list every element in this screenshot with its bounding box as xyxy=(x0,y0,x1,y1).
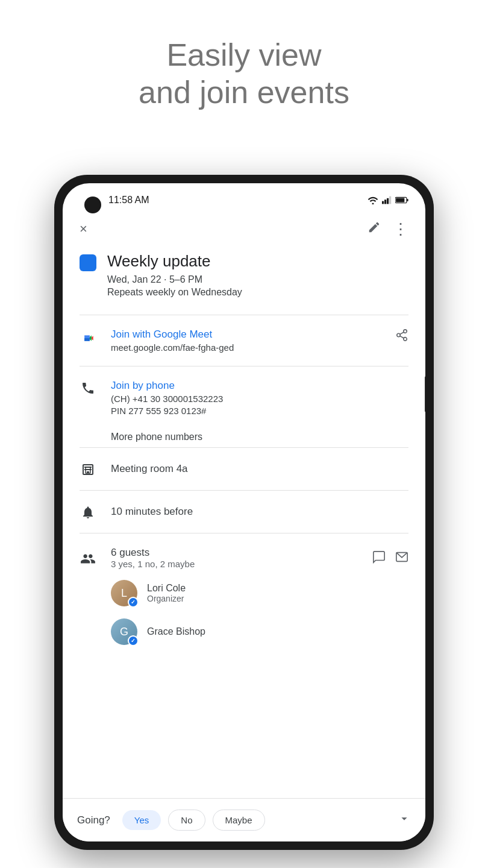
more-phone-numbers[interactable]: More phone numbers xyxy=(80,427,408,445)
rsvp-maybe-button[interactable]: Maybe xyxy=(213,810,265,831)
event-recurrence: Repeats weekly on Wednesday xyxy=(107,287,242,298)
wifi-icon xyxy=(368,196,378,204)
divider-3 xyxy=(80,447,408,448)
share-icon xyxy=(395,329,408,342)
guest-avatar-grace: G xyxy=(111,618,137,645)
phone-item[interactable]: Join by phone (CH) +41 30 300001532223 P… xyxy=(80,369,408,427)
svg-rect-6 xyxy=(396,198,404,202)
edit-button[interactable] xyxy=(368,221,381,237)
email-guests-button[interactable] xyxy=(395,550,408,566)
reminder-item: 10 minutes before xyxy=(80,493,408,530)
svg-line-12 xyxy=(400,336,404,338)
more-button[interactable]: ⋮ xyxy=(393,221,408,237)
room-content: Meeting room 4a xyxy=(111,461,408,475)
room-item: Meeting room 4a xyxy=(80,450,408,488)
app-toolbar: × ⋮ xyxy=(80,215,408,247)
side-button xyxy=(425,376,425,412)
meet-item[interactable]: Join with Google Meet meet.google.com/fa… xyxy=(80,318,408,363)
bell-icon xyxy=(80,505,96,520)
svg-rect-2 xyxy=(384,200,386,204)
guests-summary: 3 yes, 1 no, 2 maybe xyxy=(111,559,358,569)
svg-rect-1 xyxy=(382,201,384,204)
app-content[interactable]: × ⋮ Weekly update Wed, Jan 22 · 5–6 PM xyxy=(63,215,425,798)
toolbar-left: × xyxy=(80,221,87,237)
phone-join-label[interactable]: Join by phone xyxy=(111,380,408,392)
guests-info: 6 guests 3 yes, 1 no, 2 maybe xyxy=(111,547,358,569)
room-icon xyxy=(80,462,96,477)
message-guests-button[interactable] xyxy=(372,550,386,566)
meet-content: Join with Google Meet meet.google.com/fa… xyxy=(111,329,381,353)
meet-join-label[interactable]: Join with Google Meet xyxy=(111,329,381,341)
phone-number: (CH) +41 30 300001532223 xyxy=(111,394,408,404)
divider-1 xyxy=(80,315,408,315)
room-label: Meeting room 4a xyxy=(111,463,408,475)
svg-point-11 xyxy=(404,338,407,341)
svg-point-0 xyxy=(372,203,374,205)
phone-screen: 11:58 AM xyxy=(63,183,425,841)
event-header: Weekly update Wed, Jan 22 · 5–6 PM Repea… xyxy=(80,247,408,312)
guest-avatar-lori: L xyxy=(111,580,137,606)
guest-details-lori: Lori Cole Organizer xyxy=(147,583,186,603)
svg-point-9 xyxy=(404,330,407,333)
camera-hole xyxy=(84,197,101,213)
guest-name-grace: Grace Bishop xyxy=(147,626,205,637)
signal-icon xyxy=(382,196,392,204)
svg-rect-15 xyxy=(87,471,89,473)
battery-icon xyxy=(395,197,408,204)
status-icons xyxy=(368,196,408,204)
phone-icon xyxy=(80,381,96,395)
svg-rect-7 xyxy=(407,199,408,201)
meet-share-button[interactable] xyxy=(395,329,408,342)
event-date: Wed, Jan 22 · 5–6 PM xyxy=(107,274,242,285)
going-label: Going? xyxy=(77,814,110,826)
toolbar-right: ⋮ xyxy=(368,221,408,237)
phone-content: Join by phone (CH) +41 30 300001532223 P… xyxy=(111,380,408,416)
rsvp-no-button[interactable]: No xyxy=(168,810,205,831)
guests-actions xyxy=(372,550,408,566)
page-header: Easily view and join events xyxy=(0,0,488,136)
event-color-dot xyxy=(80,254,96,271)
svg-line-13 xyxy=(400,332,404,335)
guest-details-grace: Grace Bishop xyxy=(147,626,205,637)
reminder-content: 10 minutes before xyxy=(111,504,408,518)
rsvp-expand-button[interactable] xyxy=(398,812,411,829)
meet-link: meet.google.com/fae-fgha-ged xyxy=(111,342,381,353)
event-details: Weekly update Wed, Jan 22 · 5–6 PM Repea… xyxy=(107,252,242,298)
svg-rect-3 xyxy=(387,198,389,204)
event-title: Weekly update xyxy=(107,252,242,271)
guests-count: 6 guests xyxy=(111,547,358,559)
status-time: 11:58 AM xyxy=(108,195,149,206)
divider-5 xyxy=(80,533,408,533)
status-bar: 11:58 AM xyxy=(63,183,425,215)
divider-4 xyxy=(80,490,408,491)
guest-name-lori: Lori Cole xyxy=(147,583,186,594)
bottom-bar: Going? Yes No Maybe xyxy=(63,798,425,841)
svg-rect-4 xyxy=(389,197,391,204)
guest-check-grace xyxy=(128,635,139,646)
reminder-label: 10 minutes before xyxy=(111,506,408,518)
header-line1: Easily view xyxy=(166,37,321,72)
phone-frame: 11:58 AM xyxy=(54,175,434,850)
guests-header: 6 guests 3 yes, 1 no, 2 maybe xyxy=(80,536,408,574)
guest-item-grace: G Grace Bishop xyxy=(80,612,408,651)
meet-icon xyxy=(80,330,96,347)
rsvp-yes-button[interactable]: Yes xyxy=(122,810,161,830)
svg-point-10 xyxy=(397,333,401,337)
divider-2 xyxy=(80,366,408,366)
guests-icon xyxy=(80,551,96,567)
header-line2: and join events xyxy=(139,75,349,110)
guest-item-lori: L Lori Cole Organizer xyxy=(80,574,408,612)
close-button[interactable]: × xyxy=(80,221,87,236)
guest-role-lori: Organizer xyxy=(147,594,186,603)
phone-pin: PIN 277 555 923 0123# xyxy=(111,406,408,416)
guest-check-lori xyxy=(128,597,139,608)
